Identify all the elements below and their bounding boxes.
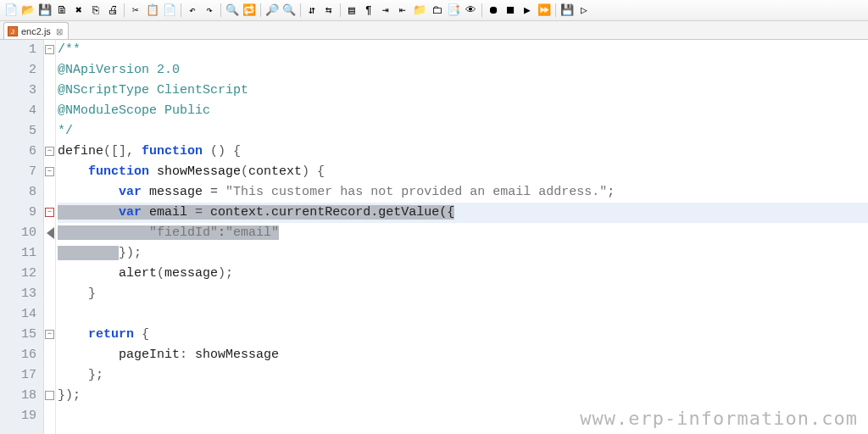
line-number: 15 [0,325,36,345]
outdent-icon[interactable]: ⇤ [395,3,410,18]
paste-icon[interactable]: 📄 [162,3,177,18]
fold-toggle-icon[interactable]: − [45,147,54,156]
new-file-icon[interactable]: 📄 [3,3,19,18]
line-number-gutter: 12345678910111213141516171819 [0,40,44,434]
code-line[interactable] [58,406,868,426]
line-number: 9 [0,203,36,223]
line-number: 19 [0,406,36,426]
line-number: 8 [0,182,36,203]
code-line[interactable]: define([], function () { [58,142,868,162]
code-line[interactable]: */ [58,121,868,142]
code-line[interactable]: } [58,284,868,304]
indent-icon[interactable]: ⇥ [378,3,393,18]
code-line[interactable]: return { [58,325,868,345]
line-number: 14 [0,304,36,325]
fold-toggle-icon[interactable]: − [45,208,54,217]
code-area[interactable]: /**@NApiVersion 2.0@NScriptType ClientSc… [56,40,868,434]
code-editor[interactable]: 12345678910111213141516171819 −−−−− /**@… [0,40,868,434]
tab-close-icon[interactable]: ⊠ [56,27,63,36]
run-macro-icon[interactable]: ▷ [576,3,592,18]
redo-icon[interactable]: ↷ [202,3,217,18]
code-line[interactable]: /** [58,40,868,60]
print-icon[interactable]: 🖨 [105,3,120,18]
line-number: 18 [0,386,36,406]
open-icon[interactable]: 📂 [20,3,36,18]
code-line[interactable]: @NScriptType ClientScript [58,81,868,101]
fold-toggle-icon[interactable] [45,391,54,400]
fast-icon[interactable]: ⏩ [537,3,552,18]
line-number: 3 [0,81,36,101]
code-line[interactable]: var message = "This customer has not pro… [58,182,868,203]
stop-icon[interactable]: ⏹ [503,3,518,18]
line-number: 10 [0,223,36,243]
close-icon[interactable]: ✖ [71,3,86,18]
code-line[interactable]: @NModuleScope Public [58,101,868,121]
copy-icon[interactable]: 📋 [145,3,160,18]
sync-h-icon[interactable]: ⇆ [321,3,337,18]
toolbar-separator [124,3,125,17]
save-icon[interactable]: 💾 [37,3,53,18]
close-all-icon[interactable]: ⎘ [88,3,103,18]
line-number: 16 [0,345,36,365]
line-number: 5 [0,121,36,142]
code-line[interactable]: pageInit: showMessage [58,345,868,365]
undo-icon[interactable]: ↶ [185,3,200,18]
fold-toggle-icon[interactable]: − [45,45,54,54]
folder-icon[interactable]: 📁 [412,3,427,18]
record-icon[interactable]: ⏺ [486,3,501,18]
play-icon[interactable]: ▶ [520,3,535,18]
toolbar-separator [340,3,341,17]
code-line[interactable]: }); [58,386,868,406]
code-line[interactable]: @NApiVersion 2.0 [58,60,868,81]
code-line[interactable]: function showMessage(context) { [58,162,868,182]
toolbar-separator [181,3,181,17]
fold-toggle-icon[interactable]: − [45,330,54,339]
toolbar-separator [260,3,261,17]
sync-v-icon[interactable]: ⇵ [304,3,320,18]
text-caret-icon [44,225,57,241]
code-line[interactable]: }; [58,365,868,386]
line-number: 1 [0,40,36,60]
tab-bar: J enc2.js ⊠ [0,21,868,40]
toolbar-separator [555,3,556,17]
func-list-icon[interactable]: 📑 [446,3,461,18]
js-file-icon: J [8,26,18,36]
main-toolbar: 📄📂💾🗎✖⎘🖨✂📋📄↶↷🔍🔁🔎🔍⇵⇆▤¶⇥⇤📁🗀📑👁⏺⏹▶⏩💾▷ [0,0,868,21]
code-line[interactable]: alert(message); [58,264,868,284]
line-number: 12 [0,264,36,284]
line-number: 6 [0,142,36,162]
code-line[interactable] [58,304,868,325]
toolbar-separator [220,3,221,17]
toolbar-separator [300,3,301,17]
line-number: 11 [0,243,36,264]
zoom-in-icon[interactable]: 🔎 [264,3,280,18]
zoom-out-icon[interactable]: 🔍 [281,3,297,18]
save-all-icon[interactable]: 🗎 [54,3,70,18]
show-all-icon[interactable]: ¶ [361,3,376,18]
save-macro-icon[interactable]: 💾 [559,3,575,18]
wrap-icon[interactable]: ▤ [344,3,359,18]
toolbar-separator [481,3,482,17]
code-line[interactable]: "fieldId":"email" [58,223,868,243]
fold-column: −−−−− [44,40,56,434]
file-tab[interactable]: J enc2.js ⊠ [3,22,69,39]
monitor-icon[interactable]: 👁 [463,3,478,18]
code-line[interactable]: }); [58,243,868,264]
cut-icon[interactable]: ✂ [128,3,143,18]
code-line[interactable]: var email = context.currentRecord.getVal… [58,203,868,223]
line-number: 4 [0,101,36,121]
doc-map-icon[interactable]: 🗀 [429,3,444,18]
line-number: 7 [0,162,36,182]
line-number: 17 [0,365,36,386]
line-number: 2 [0,60,36,81]
line-number: 13 [0,284,36,304]
replace-icon[interactable]: 🔁 [242,3,257,18]
fold-toggle-icon[interactable]: − [45,167,54,176]
tab-filename: enc2.js [21,26,51,36]
find-icon[interactable]: 🔍 [225,3,240,18]
